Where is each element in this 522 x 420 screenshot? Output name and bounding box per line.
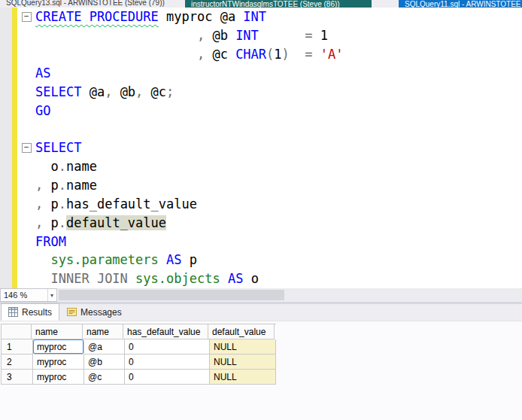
code-token: = <box>290 47 320 62</box>
tab-results[interactable]: Results <box>1 303 59 321</box>
code-token <box>35 252 50 267</box>
code-text: SELECT @a, @b, @c; <box>35 84 174 99</box>
grid-cell[interactable]: @c <box>84 370 125 385</box>
code-lines[interactable]: −CREATE PROCEDURE myproc @a INT , @b INT… <box>17 8 522 288</box>
code-token: GO <box>35 103 50 118</box>
grid-column-header[interactable]: name <box>83 324 123 339</box>
code-token: sys.parameters <box>50 252 158 267</box>
code-token <box>220 271 228 286</box>
code-line[interactable]: INNER JOIN sys.objects AS o <box>17 269 522 288</box>
code-token: @c <box>151 84 166 99</box>
grid-cell[interactable]: 0 <box>125 370 210 385</box>
code-token: CHAR <box>235 47 266 62</box>
grid-cell[interactable]: NULL <box>210 370 276 385</box>
grid-row-number[interactable]: 2 <box>2 355 33 370</box>
grid-cell[interactable]: @b <box>84 355 125 370</box>
grid-cell[interactable]: myproc <box>33 355 84 370</box>
zoom-level: 146 % <box>4 291 47 300</box>
code-text: AS <box>35 65 50 81</box>
grid-column-header[interactable]: default_value <box>208 324 275 339</box>
code-line[interactable]: −SELECT <box>17 138 522 157</box>
code-token: has_default_value <box>66 196 197 212</box>
tab-instructor-query[interactable]: instructorNTWindasqlmsTOTEE (Steve (86)) <box>185 0 372 8</box>
grid-cell[interactable]: NULL <box>210 339 276 355</box>
code-text: SELECT <box>35 140 81 155</box>
code-line[interactable]: , @b INT = 1 <box>17 26 522 45</box>
code-token: ; <box>166 84 174 99</box>
code-line[interactable] <box>17 120 522 138</box>
code-token: o <box>243 271 258 286</box>
code-token: , <box>105 84 120 99</box>
code-token: , <box>35 215 50 230</box>
grid-cell[interactable]: @a <box>84 339 125 355</box>
code-token <box>128 271 135 286</box>
grid-cell[interactable]: myproc <box>33 339 84 355</box>
results-content: namenamehas_default_valuedefault_value1m… <box>0 321 522 385</box>
code-token: p <box>50 178 58 193</box>
code-line[interactable]: FROM <box>17 232 522 251</box>
tabstrip-gap <box>372 0 399 8</box>
sql-editor[interactable]: −CREATE PROCEDURE myproc @a INT , @b INT… <box>0 8 522 288</box>
code-token: 1 <box>274 47 281 62</box>
grid-cell[interactable]: 0 <box>125 355 210 370</box>
code-line[interactable]: −CREATE PROCEDURE myproc @a INT <box>17 8 522 26</box>
grid-column-header[interactable]: name <box>32 324 83 339</box>
zoom-control[interactable]: 146 % ▾ <box>0 288 57 302</box>
code-token: name <box>66 178 97 193</box>
code-token: ( <box>266 47 274 62</box>
horizontal-scrollbar[interactable] <box>57 288 522 302</box>
code-token: ) <box>282 47 290 62</box>
code-token: , <box>35 47 212 62</box>
code-token: @b <box>120 84 135 99</box>
code-text: o.name <box>35 159 97 174</box>
tab-sqlquery13[interactable]: SQLQuery13.sql - ARWINSTOTEE (Steve (79)… <box>0 0 185 8</box>
tab-messages[interactable]: Messages <box>59 303 129 321</box>
code-text: , p.default_value <box>35 215 166 230</box>
code-line[interactable]: AS <box>17 64 522 83</box>
code-line[interactable]: , @c CHAR(1) = 'A' <box>17 45 522 64</box>
editor-bottom-strip: 146 % ▾ <box>0 288 522 302</box>
fold-collapse-icon[interactable]: − <box>17 143 35 153</box>
code-token: , <box>135 84 150 99</box>
tab-label: Results <box>22 307 52 318</box>
grid-cell[interactable]: myproc <box>33 370 84 385</box>
results-pane: Results Messages namenamehas_default_val… <box>0 304 522 420</box>
chevron-down-icon[interactable]: ▾ <box>47 289 53 301</box>
code-token <box>35 271 50 286</box>
grid-cell[interactable]: 0 <box>125 339 210 355</box>
grid-row: 3myproc@c0NULL <box>2 370 276 385</box>
results-grid[interactable]: namenamehas_default_valuedefault_value1m… <box>1 324 276 385</box>
grid-corner-cell[interactable] <box>2 324 32 339</box>
code-token: p <box>50 215 58 230</box>
tab-sqlquery11[interactable]: SQLQuery11.sql - ARWINSTOTEE (Steve (8 <box>399 0 522 8</box>
code-token: . <box>59 215 66 230</box>
fold-minus-box[interactable]: − <box>22 143 32 153</box>
messages-icon <box>67 307 77 317</box>
code-token: @a <box>81 84 105 99</box>
code-line[interactable]: , p.default_value <box>17 213 522 232</box>
code-text: , p.name <box>35 178 97 193</box>
code-line[interactable]: , p.has_default_value <box>17 194 522 213</box>
code-line[interactable]: sys.parameters AS p <box>17 251 522 269</box>
code-token: @c <box>212 47 235 62</box>
grid-row-number[interactable]: 1 <box>2 339 33 355</box>
code-token: INT <box>243 9 266 24</box>
code-line[interactable]: o.name <box>17 157 522 176</box>
code-token: , <box>35 28 212 43</box>
grid-row-number[interactable]: 3 <box>2 370 33 385</box>
fold-collapse-icon[interactable]: − <box>17 12 35 22</box>
code-line[interactable]: GO <box>17 101 522 120</box>
tab-label: instructorNTWindasqlmsTOTEE (Steve (86)) <box>191 0 340 8</box>
scrollbar-thumb[interactable] <box>59 290 284 300</box>
grid-row: 2myproc@b0NULL <box>2 355 276 370</box>
code-line[interactable]: , p.name <box>17 176 522 195</box>
fold-minus-box[interactable]: − <box>22 12 32 22</box>
code-token: SELECT <box>35 140 81 155</box>
code-token: name <box>66 159 97 174</box>
code-line[interactable]: SELECT @a, @b, @c; <box>17 82 522 101</box>
grid-column-header[interactable]: has_default_value <box>123 324 208 339</box>
code-token: AS <box>35 65 50 81</box>
code-text: FROM <box>35 234 66 249</box>
code-text: INNER JOIN sys.objects AS o <box>35 271 259 286</box>
grid-cell[interactable]: NULL <box>210 355 276 370</box>
